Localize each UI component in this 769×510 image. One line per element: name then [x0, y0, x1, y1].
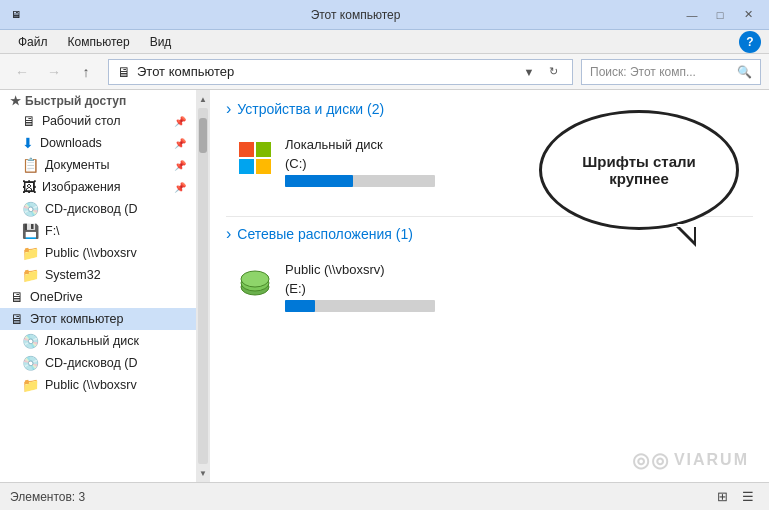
- sidebar-item-onedrive[interactable]: 🖥 OneDrive: [0, 286, 196, 308]
- sidebar-item-thispc[interactable]: 🖥 Этот компьютер: [0, 308, 196, 330]
- public-drive-bar-bg: [285, 300, 435, 312]
- thispc-icon: 🖥: [10, 311, 24, 327]
- sidebar-item-local-disk[interactable]: 💿 Локальный диск: [0, 330, 196, 352]
- desktop-icon: 🖥: [22, 113, 36, 129]
- pin-icon: 📌: [174, 182, 186, 193]
- search-icon: 🔍: [737, 65, 752, 79]
- speech-bubble-text: Шрифты стали крупнее: [557, 153, 721, 187]
- public-drive-letter: (E:): [285, 281, 742, 296]
- address-text: Этот компьютер: [137, 64, 518, 79]
- title-bar-controls[interactable]: — □ ✕: [679, 5, 761, 25]
- address-dropdown-button[interactable]: ▼: [518, 61, 540, 83]
- minimize-button[interactable]: —: [679, 5, 705, 25]
- star-icon: ★: [10, 94, 21, 108]
- sidebar-item-system32[interactable]: 📁 System32: [0, 264, 196, 286]
- svg-rect-1: [256, 142, 271, 157]
- sidebar-item-label: Рабочий стол: [42, 114, 120, 128]
- pin-icon: 📌: [174, 116, 186, 127]
- menu-computer[interactable]: Компьютер: [58, 33, 140, 51]
- sidebar-item-cd-drive[interactable]: 💿 CD-дисковод (D: [0, 198, 196, 220]
- main-area: ★ Быстрый доступ 🖥 Рабочий стол 📌 ⬇ Down…: [0, 90, 769, 482]
- window-icon: 🖥: [8, 7, 24, 23]
- list-view-button[interactable]: ☰: [737, 487, 759, 507]
- sidebar-item-public[interactable]: 📁 Public (\\vboxsrv: [0, 242, 196, 264]
- sidebar-item-desktop[interactable]: 🖥 Рабочий стол 📌: [0, 110, 196, 132]
- sidebar-item-label: Локальный диск: [45, 334, 139, 348]
- sidebar-item-label: Downloads: [40, 136, 102, 150]
- maximize-button[interactable]: □: [707, 5, 733, 25]
- scroll-thumb[interactable]: [199, 118, 207, 153]
- menu-view[interactable]: Вид: [140, 33, 182, 51]
- watermark-logo: ◎◎: [632, 448, 670, 472]
- sidebar-item-cd-drive-2[interactable]: 💿 CD-дисковод (D: [0, 352, 196, 374]
- speech-bubble: Шрифты стали крупнее: [539, 110, 739, 230]
- network-title: Сетевые расположения (1): [237, 226, 413, 242]
- watermark: ◎◎ VIARUM: [632, 448, 749, 472]
- view-controls: ⊞ ☰: [711, 487, 759, 507]
- address-arrows: ▼ ↻: [518, 61, 564, 83]
- watermark-text: VIARUM: [674, 451, 749, 469]
- sidebar-scrollbar[interactable]: ▲ ▼: [196, 90, 210, 482]
- sidebar-item-label: Этот компьютер: [30, 312, 123, 326]
- public-drive-bar-fill: [285, 300, 315, 312]
- scroll-track: [198, 108, 208, 464]
- search-bar[interactable]: Поиск: Этот комп... 🔍: [581, 59, 761, 85]
- help-button[interactable]: ?: [739, 31, 761, 53]
- sidebar-item-label: System32: [45, 268, 101, 282]
- address-refresh-button[interactable]: ↻: [542, 61, 564, 83]
- network-section-header: Сетевые расположения (1): [226, 225, 753, 243]
- downloads-icon: ⬇: [22, 135, 34, 151]
- sidebar-item-label: Изображения: [42, 180, 121, 194]
- up-button[interactable]: ↑: [72, 58, 100, 86]
- public-drive-name: Public (\\vboxsrv): [285, 262, 742, 277]
- sidebar-item-label: OneDrive: [30, 290, 83, 304]
- pin-icon: 📌: [174, 160, 186, 171]
- grid-view-button[interactable]: ⊞: [711, 487, 733, 507]
- sidebar-item-f[interactable]: 💾 F:\: [0, 220, 196, 242]
- network-icon: 📁: [22, 245, 39, 261]
- toolbar: ← → ↑ 🖥 Этот компьютер ▼ ↻ Поиск: Этот к…: [0, 54, 769, 90]
- scroll-up-button[interactable]: ▲: [198, 92, 208, 106]
- forward-button[interactable]: →: [40, 58, 68, 86]
- local-disk-icon: 💿: [22, 333, 39, 349]
- content-pane: Устройства и диски (2) Локальный диск (C…: [210, 90, 769, 482]
- sidebar-item-label: F:\: [45, 224, 60, 238]
- public-drive-info: Public (\\vboxsrv) (E:): [285, 262, 742, 312]
- quick-access-section: ★ Быстрый доступ: [0, 90, 196, 110]
- network-drive-icon: [237, 265, 273, 309]
- devices-title: Устройства и диски (2): [237, 101, 384, 117]
- menu-bar: Файл Компьютер Вид ?: [0, 30, 769, 54]
- svg-rect-3: [256, 159, 271, 174]
- pin-icon: 📌: [174, 138, 186, 149]
- documents-icon: 📋: [22, 157, 39, 173]
- quick-access-label: Быстрый доступ: [25, 94, 126, 108]
- public-icon: 📁: [22, 377, 39, 393]
- address-bar[interactable]: 🖥 Этот компьютер ▼ ↻: [108, 59, 573, 85]
- sidebar-item-label: Public (\\vboxsrv: [45, 378, 137, 392]
- title-bar: 🖥 Этот компьютер — □ ✕: [0, 0, 769, 30]
- sidebar-wrapper: ★ Быстрый доступ 🖥 Рабочий стол 📌 ⬇ Down…: [0, 90, 210, 482]
- sidebar-item-label: Public (\\vboxsrv: [45, 246, 137, 260]
- sidebar-item-label: CD-дисковод (D: [45, 356, 137, 370]
- sidebar-item-documents[interactable]: 📋 Документы 📌: [0, 154, 196, 176]
- menu-file[interactable]: Файл: [8, 33, 58, 51]
- close-button[interactable]: ✕: [735, 5, 761, 25]
- drive-icon: 💾: [22, 223, 39, 239]
- sidebar: ★ Быстрый доступ 🖥 Рабочий стол 📌 ⬇ Down…: [0, 90, 196, 482]
- sidebar-item-downloads[interactable]: ⬇ Downloads 📌: [0, 132, 196, 154]
- item-count: Элементов: 3: [10, 490, 85, 504]
- local-disk-bar-fill: [285, 175, 353, 187]
- images-icon: 🖼: [22, 179, 36, 195]
- sidebar-item-images[interactable]: 🖼 Изображения 📌: [0, 176, 196, 198]
- search-placeholder: Поиск: Этот комп...: [590, 65, 696, 79]
- public-e-item[interactable]: Public (\\vboxsrv) (E:): [226, 253, 753, 321]
- sidebar-item-public-2[interactable]: 📁 Public (\\vboxsrv: [0, 374, 196, 396]
- back-button[interactable]: ←: [8, 58, 36, 86]
- cd-drive-icon: 💿: [22, 355, 39, 371]
- svg-rect-2: [239, 159, 254, 174]
- onedrive-icon: 🖥: [10, 289, 24, 305]
- scroll-down-button[interactable]: ▼: [198, 466, 208, 480]
- sidebar-item-label: CD-дисковод (D: [45, 202, 137, 216]
- svg-rect-0: [239, 142, 254, 157]
- local-disk-bar-bg: [285, 175, 435, 187]
